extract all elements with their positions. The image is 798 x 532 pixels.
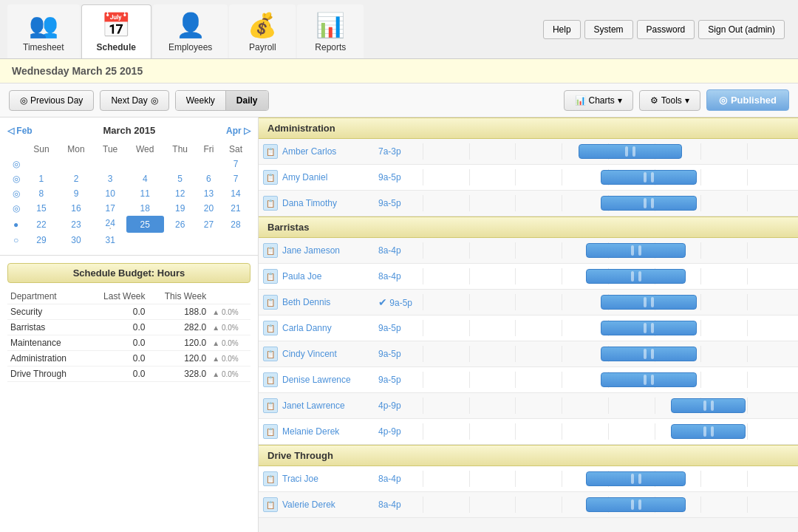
cal-day[interactable]: 30 [58,233,95,248]
shift-bar[interactable] [586,471,686,486]
shift-bar[interactable] [601,321,698,335]
employee-name[interactable]: Beth Dennis [282,297,378,307]
employee-name[interactable]: Traci Joe [282,474,378,484]
cal-day[interactable]: 21 [221,201,250,216]
cal-day[interactable]: 13 [197,186,221,201]
nav-spacer [365,0,537,58]
published-button[interactable]: ◎ Published [706,89,789,111]
cal-week-select[interactable]: ○ [7,233,24,248]
employee-time: ✔ 9a-5p [378,296,423,308]
budget-last-week: 0.0 [87,320,149,335]
cal-day[interactable]: 18 [126,201,164,216]
prev-day-button[interactable]: ◎ Previous Day [9,90,94,111]
shift-bar[interactable] [671,424,745,439]
cal-week-select[interactable]: ● [7,216,24,233]
section-header: Administration [259,117,798,139]
table-row: 📋Amy Daniel9a-5p [259,165,798,191]
cal-week-select[interactable]: ◎ [7,157,24,171]
employee-name[interactable]: Carla Danny [282,323,378,333]
shift-bar[interactable] [601,196,698,211]
cal-day[interactable]: 2 [58,171,95,186]
shift-bar[interactable] [601,347,698,361]
tab-schedule[interactable]: 📅 Schedule [81,4,151,58]
employee-name[interactable]: Dana Timothy [282,198,378,208]
cal-day[interactable]: 29 [24,233,58,248]
cal-day[interactable]: 26 [164,216,197,233]
employee-name[interactable]: Valerie Derek [282,499,378,510]
next-day-button[interactable]: Next Day ◎ [100,90,168,111]
cal-day[interactable]: 27 [197,216,221,233]
table-row: 📋Carla Danny9a-5p [259,316,798,341]
shift-bar[interactable] [586,243,686,258]
table-row: 📋Melanie Derek4p-9p [259,419,798,445]
cal-day[interactable]: 17 [94,201,126,216]
shift-bar[interactable] [579,144,683,159]
charts-button[interactable]: 📊 Charts ▾ [564,90,633,111]
bar-divider [638,271,641,282]
shift-bar[interactable] [671,398,745,413]
employee-time: 8a-4p [378,474,423,484]
budget-delta: ▲ 0.0% [209,351,250,366]
system-button[interactable]: System [584,20,633,39]
cal-day[interactable]: 10 [94,186,126,201]
employee-name[interactable]: Janet Lawrence [282,400,378,411]
budget-col-this: This Week [149,289,210,304]
cal-day[interactable]: 12 [164,186,197,201]
daily-button[interactable]: Daily [226,91,268,110]
employee-name[interactable]: Amy Daniel [282,172,378,183]
cal-day[interactable]: 25 [126,216,164,233]
shift-bar[interactable] [601,372,698,387]
cal-day[interactable]: 11 [126,186,164,201]
cal-day[interactable]: 5 [164,171,197,186]
cal-day[interactable]: 31 [94,233,126,248]
employee-name[interactable]: Cindy Vincent [282,349,378,359]
cal-day[interactable]: 24 [94,216,126,233]
employee-name[interactable]: Melanie Derek [282,426,378,437]
cal-day[interactable]: 1 [24,171,58,186]
cal-day[interactable]: 6 [197,171,221,186]
password-button[interactable]: Password [637,20,695,39]
cal-day[interactable]: 9 [58,186,95,201]
budget-row: Barristas 0.0 282.0 ▲ 0.0% [7,320,250,335]
employee-name[interactable]: Jane Jameson [282,245,378,256]
cal-day[interactable]: 8 [24,186,58,201]
cal-day[interactable]: 3 [94,171,126,186]
cal-day[interactable]: 20 [197,201,221,216]
employee-time: 4p-9p [378,426,423,437]
cal-day[interactable]: 23 [58,216,95,233]
employee-name[interactable]: Denise Lawrence [282,375,378,385]
cal-day[interactable]: 14 [221,186,250,201]
shift-bar[interactable] [601,295,698,310]
cal-week-select[interactable]: ◎ [7,171,24,186]
tab-timesheet[interactable]: 👥 Timesheet [7,4,80,58]
cal-day[interactable]: 19 [164,201,197,216]
tab-reports[interactable]: 📊 Reports [297,4,364,58]
bar-divider [631,245,634,256]
shift-bar[interactable] [586,269,686,284]
tab-employees[interactable]: 👤 Employees [153,4,228,58]
employee-name[interactable]: Paula Joe [282,271,378,282]
cal-day[interactable]: 28 [221,216,250,233]
help-button[interactable]: Help [543,20,581,39]
next-month-button[interactable]: Apr ▷ [226,126,250,136]
schedule-bar-area [423,167,794,188]
shift-bar[interactable] [601,170,698,185]
schedule-icon: 📅 [101,11,131,39]
tab-payroll[interactable]: 💰 Payroll [229,4,296,58]
prev-month-button[interactable]: ◁ Feb [7,126,33,136]
cal-day[interactable]: 22 [24,216,58,233]
calendar-grid: Sun Mon Tue Wed Thu Fri Sat ◎7◎1234567◎8… [7,142,250,248]
cal-day[interactable]: 16 [58,201,95,216]
cal-day[interactable]: 7 [221,171,250,186]
cal-day[interactable]: 4 [126,171,164,186]
sign-out-button[interactable]: Sign Out (admin) [698,20,785,39]
weekly-button[interactable]: Weekly [176,91,226,110]
cal-day[interactable]: 15 [24,201,58,216]
cal-week-select[interactable]: ◎ [7,201,24,216]
cal-week-select[interactable]: ◎ [7,186,24,201]
employee-name[interactable]: Amber Carlos [282,146,378,157]
shift-bar[interactable] [586,497,686,512]
table-row: 📋Traci Joe8a-4p [259,466,798,492]
cal-day[interactable]: 7 [221,157,250,171]
tools-button[interactable]: ⚙ Tools ▾ [639,90,700,111]
